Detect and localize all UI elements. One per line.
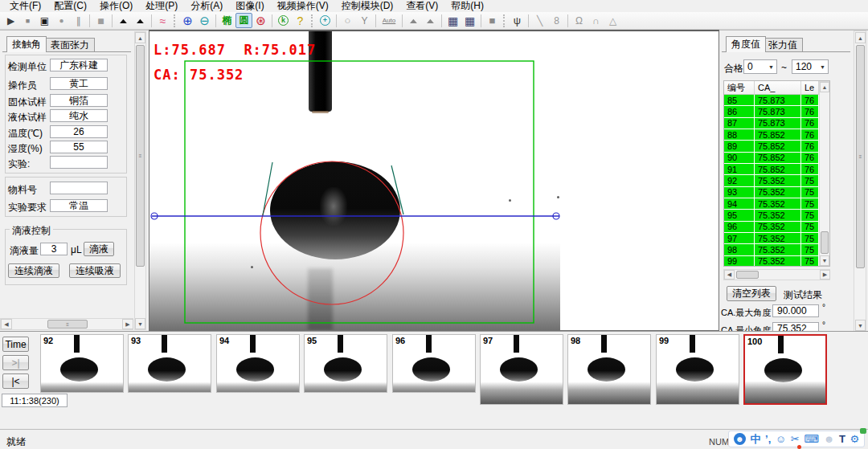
scroll-up-icon[interactable]: ▲ xyxy=(855,32,866,43)
ellipse-fit-icon[interactable]: 椭 xyxy=(219,13,235,28)
calibrate-icon[interactable]: + xyxy=(320,15,330,26)
field-input-4[interactable]: 26 xyxy=(50,125,108,138)
record-icon[interactable]: ● xyxy=(53,13,70,28)
roi-rectangle[interactable] xyxy=(185,61,534,323)
menu-item-7[interactable]: 控制模块(D) xyxy=(335,0,400,12)
column-header-2[interactable]: Le xyxy=(801,81,819,95)
frame-thumbnail[interactable]: 93 xyxy=(128,334,211,393)
frame-thumbnail[interactable]: 98 xyxy=(567,334,651,405)
frame-thumbnail[interactable]: 97 xyxy=(480,334,563,405)
table-row[interactable]: 9575.35275 xyxy=(724,210,819,221)
table-row[interactable]: 8975.85276 xyxy=(724,141,819,152)
min-angle-field[interactable]: 75.352 xyxy=(772,322,819,331)
cross-circle-icon[interactable]: ⊕ xyxy=(179,13,196,28)
stop-icon[interactable]: ■ xyxy=(19,13,36,28)
table-hscrollbar[interactable]: ◀ ▶ xyxy=(723,269,830,280)
auto-mode-icon[interactable]: Auto xyxy=(379,13,399,28)
field-input-5[interactable]: 55 xyxy=(50,141,108,153)
dispense-button[interactable]: 滴液 xyxy=(84,242,114,256)
scroll-thumb[interactable] xyxy=(821,231,829,254)
clear-list-button[interactable]: 清空列表 xyxy=(727,286,776,301)
table-row[interactable]: 9675.35275 xyxy=(724,222,819,233)
video-view[interactable]: L:75.687 R:75.017 CA: 75.352 xyxy=(149,30,719,331)
frame-thumbnail[interactable]: 95 xyxy=(304,334,387,393)
menu-item-8[interactable]: 查看(V) xyxy=(399,0,444,12)
min-angle-combo[interactable]: 0▼ xyxy=(743,59,777,74)
ime-punct-icon[interactable]: ’, xyxy=(765,431,771,447)
dispenser-icon[interactable]: Y xyxy=(356,13,373,28)
minus-circle-icon[interactable]: ⊖ xyxy=(196,13,213,28)
results-table[interactable]: 编号CA_Le8575.873768675.873768775.87376887… xyxy=(723,80,830,267)
scroll-down-icon[interactable]: ▼ xyxy=(135,318,145,329)
report-grid-a-icon[interactable]: ▦ xyxy=(444,13,461,28)
field-input-6[interactable] xyxy=(50,156,108,169)
report-grid-b-icon[interactable]: ▦ xyxy=(461,13,478,28)
table-row[interactable]: 9775.35275 xyxy=(724,233,819,244)
ime-keyboard-icon[interactable]: ⌨ xyxy=(804,431,819,447)
ime-skin-icon[interactable]: T xyxy=(839,431,845,447)
table-row[interactable]: 9475.35275 xyxy=(724,198,819,210)
table-vscrollbar[interactable]: ▲ ▼ xyxy=(819,81,830,267)
max-angle-field[interactable]: 90.000 xyxy=(772,304,819,317)
ime-avatar-icon[interactable]: ☻ xyxy=(734,433,746,445)
menu-item-5[interactable]: 图像(I) xyxy=(229,0,270,12)
tab-angle-values[interactable]: 角度值 xyxy=(726,36,766,52)
field-input-3[interactable]: 纯水 xyxy=(50,109,108,122)
column-header-1[interactable]: CA_ xyxy=(755,81,801,95)
ring-icon[interactable]: ○ xyxy=(339,13,356,28)
tab-contact-angle[interactable]: 接触角 xyxy=(6,36,47,52)
drop-remove-icon[interactable]: ▲ xyxy=(422,16,439,25)
menu-item-4[interactable]: 分析(A) xyxy=(184,0,229,12)
red-fit-icon[interactable]: ⊛ xyxy=(252,13,269,28)
help-icon[interactable]: ? xyxy=(292,13,309,28)
scroll-thumb[interactable] xyxy=(736,271,759,279)
ime-emoji-icon[interactable]: ☺ xyxy=(776,431,786,447)
table-row[interactable]: 9275.35275 xyxy=(724,175,819,186)
fill-square-icon[interactable]: ■ xyxy=(484,13,501,28)
scroll-up-icon[interactable]: ▲ xyxy=(820,82,829,92)
field-input-1[interactable]: 黄工 xyxy=(50,77,108,90)
scroll-down-icon[interactable]: ▼ xyxy=(855,320,866,331)
draw-angle-icon[interactable]: △ xyxy=(604,13,621,28)
ime-lang-icon[interactable]: 中 xyxy=(750,431,760,447)
frame-thumbnail[interactable]: 94 xyxy=(216,334,300,393)
hand-icon[interactable]: ψ xyxy=(509,13,526,28)
field-input-2[interactable]: 铜箔 xyxy=(50,94,108,107)
ime-settings-icon[interactable]: ⚙ xyxy=(850,431,860,447)
circle-fit-icon[interactable]: 圆 xyxy=(235,13,252,28)
frame-icon[interactable]: ■ xyxy=(92,13,109,28)
drop-shape-b-icon[interactable]: ▲ xyxy=(132,16,149,25)
table-row[interactable]: 9875.35275 xyxy=(724,244,819,255)
continuous-suck-button[interactable]: 连续吸液 xyxy=(69,263,121,278)
scroll-thumb[interactable]: ≡ xyxy=(47,320,88,329)
scroll-thumb[interactable]: ≡ xyxy=(856,45,865,268)
left-panel-vscrollbar[interactable]: ▲ ≡ ▼ xyxy=(134,31,146,330)
table-row[interactable]: 9075.85276 xyxy=(724,153,819,164)
frame-thumbnail[interactable]: 99 xyxy=(656,334,739,405)
scroll-left-icon[interactable]: ◀ xyxy=(724,270,735,280)
frame-thumbnail[interactable]: 100 xyxy=(743,334,827,405)
table-row[interactable]: 8875.85276 xyxy=(724,129,819,141)
table-row[interactable]: 9975.35275 xyxy=(724,256,819,267)
table-row[interactable]: 8775.87376 xyxy=(724,118,819,129)
draw-omega-icon[interactable]: Ω xyxy=(571,13,588,28)
field-input-0[interactable]: 广东科建 xyxy=(50,59,108,71)
scroll-thumb[interactable]: ≡ xyxy=(136,45,145,267)
drop-gray-icon[interactable]: ▲ xyxy=(405,16,422,25)
column-header-0[interactable]: 编号 xyxy=(724,81,755,95)
tab-tension-values[interactable]: 张力值 xyxy=(763,38,803,52)
menu-item-0[interactable]: 文件(F) xyxy=(3,0,47,12)
field-input-7[interactable] xyxy=(50,182,108,194)
left-panel-hscrollbar[interactable]: ◀ ≡ ▶ xyxy=(0,318,133,330)
continuous-drop-button[interactable]: 连续滴液 xyxy=(8,263,59,278)
play-icon[interactable]: ▶ xyxy=(2,13,19,28)
scroll-up-icon[interactable]: ▲ xyxy=(135,32,145,43)
menu-item-9[interactable]: 帮助(H) xyxy=(444,0,490,12)
scroll-right-icon[interactable]: ▶ xyxy=(820,270,830,280)
right-panel-vscrollbar[interactable]: ▲ ≡ ▼ xyxy=(854,31,866,331)
frame-thumbnail[interactable]: 96 xyxy=(392,334,476,393)
pause-icon[interactable]: ∥ xyxy=(70,13,87,28)
drop-shape-a-icon[interactable]: ▲ xyxy=(115,16,132,25)
scroll-right-icon[interactable]: ▶ xyxy=(122,319,133,329)
max-angle-combo[interactable]: 120▼ xyxy=(792,59,829,74)
